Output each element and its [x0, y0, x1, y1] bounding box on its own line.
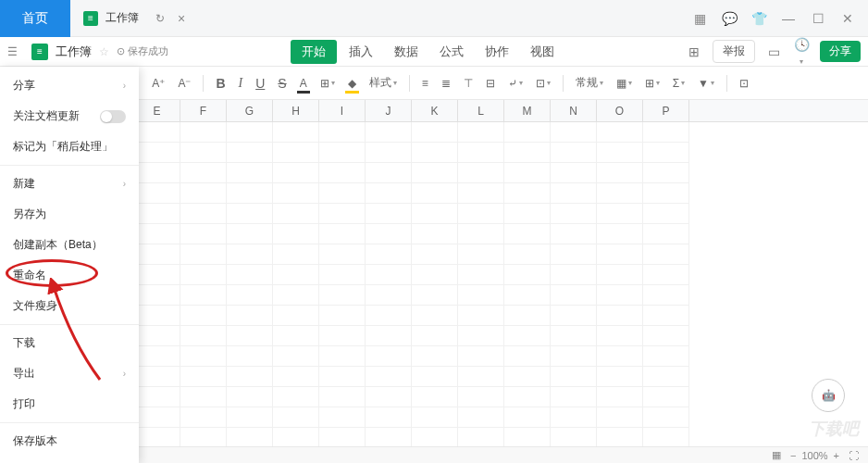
- cell[interactable]: [458, 285, 504, 306]
- cell[interactable]: [458, 306, 504, 326]
- cell[interactable]: [458, 204, 504, 224]
- cell[interactable]: [227, 183, 273, 204]
- cell[interactable]: [366, 244, 412, 265]
- font-color-button[interactable]: A: [295, 74, 312, 93]
- cell[interactable]: [319, 183, 366, 204]
- cell[interactable]: [366, 163, 412, 183]
- cell[interactable]: [227, 387, 273, 407]
- cell[interactable]: [319, 387, 366, 407]
- cell[interactable]: [366, 265, 412, 285]
- cell[interactable]: [180, 407, 227, 428]
- cell[interactable]: [458, 407, 504, 428]
- chat-icon[interactable]: 💬: [720, 11, 738, 26]
- cell[interactable]: [273, 367, 319, 387]
- menu-icon[interactable]: ☰: [7, 45, 24, 58]
- fill-color-button[interactable]: ◆: [343, 74, 361, 93]
- cell[interactable]: [643, 407, 689, 428]
- cell[interactable]: [227, 143, 273, 163]
- assistant-icon[interactable]: 🤖: [812, 379, 845, 412]
- cell[interactable]: [412, 122, 458, 143]
- cell[interactable]: [597, 407, 643, 428]
- cell[interactable]: [227, 244, 273, 265]
- cell[interactable]: [319, 163, 366, 183]
- cell[interactable]: [319, 326, 366, 346]
- cell[interactable]: [597, 367, 643, 387]
- cell[interactable]: [180, 285, 227, 306]
- cell[interactable]: [134, 122, 180, 143]
- menu-save-version[interactable]: 保存版本: [0, 426, 139, 457]
- decrease-font-icon[interactable]: A⁻: [173, 74, 195, 93]
- insert-cells-icon[interactable]: ⊞: [640, 74, 664, 93]
- menu-share[interactable]: 分享›: [0, 70, 139, 101]
- cell[interactable]: [134, 387, 180, 407]
- cell[interactable]: [504, 244, 551, 265]
- cell[interactable]: [458, 428, 504, 448]
- cell[interactable]: [504, 183, 551, 204]
- cell[interactable]: [134, 204, 180, 224]
- cell[interactable]: [597, 326, 643, 346]
- column-header-K[interactable]: K: [412, 100, 458, 121]
- cell[interactable]: [366, 367, 412, 387]
- cell[interactable]: [134, 163, 180, 183]
- cell[interactable]: [643, 183, 689, 204]
- cell[interactable]: [319, 346, 366, 367]
- share-button[interactable]: 分享: [820, 41, 861, 62]
- cell[interactable]: [273, 306, 319, 326]
- cell[interactable]: [319, 306, 366, 326]
- cell[interactable]: [319, 265, 366, 285]
- cell[interactable]: [180, 326, 227, 346]
- cell[interactable]: [551, 367, 597, 387]
- cell[interactable]: [319, 122, 366, 143]
- cell[interactable]: [180, 265, 227, 285]
- freeze-icon[interactable]: ⊡: [735, 74, 753, 93]
- cell[interactable]: [134, 367, 180, 387]
- cell[interactable]: [180, 183, 227, 204]
- cell[interactable]: [227, 265, 273, 285]
- cell[interactable]: [458, 143, 504, 163]
- column-header-I[interactable]: I: [319, 100, 366, 121]
- cell[interactable]: [227, 326, 273, 346]
- cell[interactable]: [180, 387, 227, 407]
- tab-collab[interactable]: 协作: [476, 40, 518, 64]
- cell[interactable]: [134, 224, 180, 244]
- cell[interactable]: [412, 183, 458, 204]
- cell[interactable]: [366, 285, 412, 306]
- cell[interactable]: [227, 367, 273, 387]
- toggle-icon[interactable]: [100, 110, 126, 123]
- cell[interactable]: [504, 204, 551, 224]
- cell[interactable]: [643, 387, 689, 407]
- menu-mark-later[interactable]: 标记为「稍后处理」: [0, 131, 139, 162]
- number-format-select[interactable]: 常规: [571, 72, 608, 94]
- cell-grid[interactable]: [42, 122, 868, 446]
- cell[interactable]: [643, 224, 689, 244]
- column-header-N[interactable]: N: [551, 100, 597, 121]
- filter-icon[interactable]: ▼: [693, 74, 719, 93]
- column-header-M[interactable]: M: [504, 100, 551, 121]
- menu-create-copy[interactable]: 创建副本（Beta）: [0, 230, 139, 260]
- cell[interactable]: [180, 143, 227, 163]
- cell[interactable]: [551, 224, 597, 244]
- cell[interactable]: [134, 244, 180, 265]
- cell[interactable]: [551, 122, 597, 143]
- cell[interactable]: [458, 346, 504, 367]
- cell[interactable]: [412, 204, 458, 224]
- cell[interactable]: [273, 143, 319, 163]
- cell[interactable]: [597, 428, 643, 448]
- cell[interactable]: [597, 122, 643, 143]
- cell[interactable]: [597, 387, 643, 407]
- view-grid-icon[interactable]: ▦: [772, 449, 781, 461]
- column-header-G[interactable]: G: [227, 100, 273, 121]
- cell[interactable]: [227, 306, 273, 326]
- cell[interactable]: [504, 265, 551, 285]
- cell[interactable]: [412, 163, 458, 183]
- cell[interactable]: [458, 387, 504, 407]
- align-left-icon[interactable]: ≡: [417, 74, 433, 93]
- cell[interactable]: [458, 224, 504, 244]
- column-header-L[interactable]: L: [458, 100, 504, 121]
- column-header-H[interactable]: H: [273, 100, 319, 121]
- cell[interactable]: [319, 428, 366, 448]
- cell[interactable]: [180, 224, 227, 244]
- cell[interactable]: [366, 346, 412, 367]
- tab-formula[interactable]: 公式: [430, 40, 473, 64]
- cell[interactable]: [180, 428, 227, 448]
